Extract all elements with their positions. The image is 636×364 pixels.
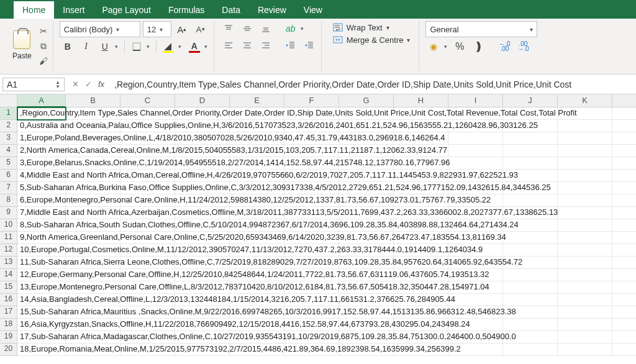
font-size-select[interactable]: 12 ▾ [143,21,171,37]
row-header[interactable]: 18 [0,319,17,331]
cell[interactable] [612,269,636,281]
cell[interactable]: 14,Asia,Bangladesh,Cereal,Offline,L,12/3… [17,294,66,306]
cell[interactable]: 2,North America,Canada,Cereal,Online,M,1… [17,145,66,157]
row-header[interactable]: 6 [0,170,17,182]
cell[interactable] [558,281,612,294]
cell[interactable]: 5,Sub-Saharan Africa,Burkina Faso,Office… [17,182,66,194]
name-box[interactable]: A1 ▲▼ [2,78,65,91]
column-header-D[interactable]: D [175,94,230,107]
cell[interactable] [612,120,636,132]
cell[interactable] [558,306,612,319]
font-color-dropdown[interactable]: ▾ [202,39,210,54]
column-header-K[interactable]: K [558,94,612,107]
cell[interactable] [503,281,558,294]
format-painter-icon[interactable]: 🖌 [38,55,49,66]
cell[interactable]: 18,Europe,Romania,Meat,Online,M,1/25/201… [17,344,66,356]
cell[interactable]: 6,Europe,Montenegro,Personal Care,Online… [17,194,66,207]
cell[interactable] [612,219,636,232]
underline-button[interactable]: U [97,39,113,54]
cell[interactable]: 0,Australia and Oceania,Palau,Office Sup… [17,120,66,132]
column-header-J[interactable]: J [503,94,558,107]
cell[interactable]: 11,Sub-Saharan Africa,Sierra Leone,Cloth… [17,257,66,269]
cell[interactable]: 1,Europe,Poland,Beverages,Online,L,4/18/… [17,132,66,145]
column-header-L[interactable]: L [612,94,636,107]
cell[interactable] [503,294,558,306]
row-header[interactable]: 4 [0,145,17,157]
row-header[interactable]: 13 [0,257,17,269]
row-header[interactable]: 5 [0,157,17,170]
cell[interactable] [558,182,612,194]
cell[interactable] [503,269,558,281]
column-header-E[interactable]: E [230,94,284,107]
cell[interactable] [558,344,612,356]
align-bottom-button[interactable] [258,21,274,36]
cell[interactable] [503,132,558,145]
row-header[interactable]: 19 [0,331,17,344]
cell[interactable] [612,157,636,170]
column-header-F[interactable]: F [284,94,339,107]
orientation-dropdown[interactable]: ▾ [299,21,306,36]
number-format-select[interactable]: General ▾ [425,21,537,37]
cell[interactable]: 3,Europe,Belarus,Snacks,Online,C,1/19/20… [17,157,66,170]
cell[interactable] [558,232,612,244]
cell[interactable] [612,107,636,120]
row-header[interactable]: 2 [0,120,17,132]
border-dropdown[interactable]: ▾ [145,39,152,54]
font-name-select[interactable]: Calibri (Body) ▾ [60,21,140,37]
cell[interactable] [558,319,612,331]
cell[interactable] [558,219,612,232]
cell[interactable] [612,257,636,269]
italic-button[interactable]: I [78,39,94,54]
row-header[interactable]: 14 [0,269,17,281]
cell[interactable] [612,294,636,306]
fill-color-button[interactable]: ◢ [160,39,176,54]
copy-icon[interactable]: ⧉ [38,40,49,52]
row-header[interactable]: 15 [0,281,17,294]
cell[interactable]: 15,Sub-Saharan Africa,Mauritius ,Snacks,… [17,306,66,319]
row-header[interactable]: 1 [0,107,17,120]
ribbon-tab-view[interactable]: View [295,1,331,19]
ribbon-tab-review[interactable]: Review [249,1,295,19]
row-header[interactable]: 11 [0,232,17,244]
cell[interactable] [503,232,558,244]
cell[interactable] [612,182,636,194]
row-header[interactable]: 10 [0,219,17,232]
cell[interactable] [612,232,636,244]
cell[interactable] [448,145,503,157]
cell[interactable] [558,120,612,132]
align-left-button[interactable] [220,38,237,53]
formula-input[interactable]: ,Region,Country,Item Type,Sales Channel,… [109,80,636,89]
align-right-button[interactable] [258,38,274,53]
cell[interactable] [503,157,558,170]
font-color-button[interactable]: A [186,39,202,54]
column-header-G[interactable]: G [339,94,394,107]
ribbon-tab-insert[interactable]: Insert [54,1,93,19]
ribbon-tab-data[interactable]: Data [213,1,249,19]
cell[interactable]: 9,North America,Greenland,Personal Care,… [17,232,66,244]
cell[interactable]: 7,Middle East and North Africa,Azerbaija… [17,207,66,219]
cell[interactable] [558,145,612,157]
decrease-decimal-button[interactable]: .00→.0 [515,39,531,54]
orientation-button[interactable]: ab [283,21,299,36]
increase-font-button[interactable]: A▴ [174,22,190,37]
cell[interactable] [448,132,503,145]
bold-button[interactable]: B [60,39,76,54]
select-all-corner[interactable] [0,94,17,107]
decrease-font-button[interactable]: A▾ [193,22,209,37]
row-header[interactable]: 3 [0,132,17,145]
cell[interactable] [558,194,612,207]
accept-icon[interactable]: ✓ [85,80,92,89]
cell[interactable] [612,319,636,331]
currency-button[interactable]: ◉ [425,39,442,54]
cell[interactable] [612,132,636,145]
cell[interactable]: ,Region,Country,Item Type,Sales Channel,… [17,107,66,120]
cell[interactable] [558,269,612,281]
cell[interactable] [558,132,612,145]
cell[interactable] [612,170,636,182]
comma-button[interactable]: ❫ [470,39,486,54]
ribbon-tab-formulas[interactable]: Formulas [160,1,213,19]
cell[interactable] [612,194,636,207]
ribbon-tab-page-layout[interactable]: Page Layout [93,1,160,19]
percent-button[interactable]: % [452,39,468,54]
align-middle-button[interactable] [239,21,255,36]
